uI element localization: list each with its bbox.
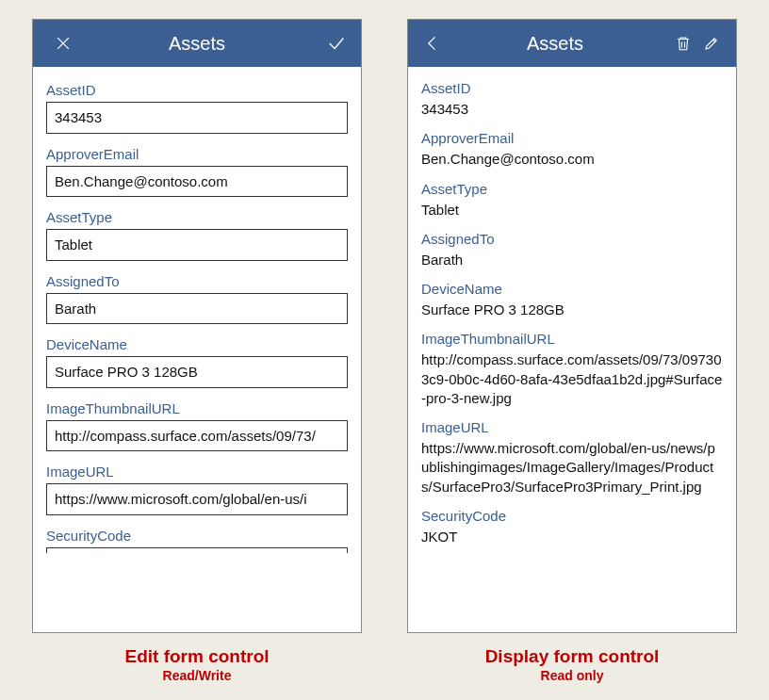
field-label: AssignedTo	[46, 273, 348, 289]
field-label: AssetID	[421, 80, 723, 96]
display-field-assettype: AssetType Tablet	[421, 181, 723, 220]
field-value: Barath	[421, 251, 723, 269]
field-value: Surface PRO 3 128GB	[421, 301, 723, 319]
field-devicename: DeviceName Surface PRO 3 128GB	[46, 336, 348, 388]
field-label: AssetID	[46, 82, 348, 98]
caption-sub: Read only	[407, 668, 737, 683]
edit-title: Assets	[74, 33, 319, 55]
display-field-approveremail: ApproverEmail Ben.Change@contoso.com	[421, 130, 723, 169]
display-field-devicename: DeviceName Surface PRO 3 128GB	[421, 281, 723, 319]
edit-caption: Edit form control Read/Write	[32, 646, 362, 683]
display-field-securitycode: SecurityCode JKOT	[421, 508, 723, 546]
display-form-screen: Assets AssetID 343453 ApproverEmail Ben.…	[407, 19, 737, 633]
field-assignedto: AssignedTo Barath	[46, 273, 348, 325]
display-field-imagethumbnailurl: ImageThumbnailURL http://compass.surface…	[421, 331, 723, 408]
field-label: AssignedTo	[421, 231, 723, 247]
caption-main: Edit form control	[32, 646, 362, 667]
imagethumbnailurl-input[interactable]: http://compass.surface.com/assets/09/73/	[46, 420, 348, 452]
field-label: ImageThumbnailURL	[46, 400, 348, 416]
checkmark-icon[interactable]	[325, 32, 348, 55]
securitycode-input[interactable]	[46, 547, 348, 553]
imageurl-input[interactable]: https://www.microsoft.com/global/en-us/i	[46, 483, 348, 515]
edit-form-body: AssetID 343453 ApproverEmail Ben.Change@…	[33, 67, 361, 632]
field-value: JKOT	[421, 528, 723, 546]
display-caption: Display form control Read only	[407, 646, 737, 683]
display-field-assignedto: AssignedTo Barath	[421, 231, 723, 269]
field-imagethumbnailurl: ImageThumbnailURL http://compass.surface…	[46, 400, 348, 452]
devicename-input[interactable]: Surface PRO 3 128GB	[46, 356, 348, 388]
trash-icon[interactable]	[672, 32, 695, 55]
caption-main: Display form control	[407, 646, 737, 667]
field-label: ImageURL	[46, 464, 348, 480]
pencil-icon[interactable]	[700, 32, 723, 55]
close-icon[interactable]	[52, 32, 74, 55]
display-field-assetid: AssetID 343453	[421, 80, 723, 119]
assignedto-input[interactable]: Barath	[46, 293, 348, 325]
field-value: http://compass.surface.com/assets/09/73/…	[421, 350, 723, 408]
field-label: AssetType	[46, 209, 348, 225]
field-approveremail: ApproverEmail Ben.Change@contoso.com	[46, 146, 348, 198]
field-label: SecurityCode	[46, 528, 348, 544]
field-assettype: AssetType Tablet	[46, 209, 348, 261]
edit-form-screen: Assets AssetID 343453 ApproverEmail Ben.…	[32, 19, 362, 633]
approveremail-input[interactable]: Ben.Change@contoso.com	[46, 166, 348, 198]
field-value: Tablet	[421, 201, 723, 220]
field-label: SecurityCode	[421, 508, 723, 524]
field-label: DeviceName	[46, 336, 348, 352]
display-title: Assets	[444, 33, 666, 55]
field-securitycode: SecurityCode	[46, 528, 348, 553]
field-value: https://www.microsoft.com/global/en-us/n…	[421, 439, 723, 497]
assetid-input[interactable]: 343453	[46, 102, 348, 134]
field-assetid: AssetID 343453	[46, 82, 348, 134]
display-field-imageurl: ImageURL https://www.microsoft.com/globa…	[421, 419, 723, 497]
field-value: Ben.Change@contoso.com	[421, 150, 723, 169]
back-icon[interactable]	[421, 32, 444, 55]
caption-sub: Read/Write	[32, 668, 362, 683]
assettype-input[interactable]: Tablet	[46, 229, 348, 261]
field-label: DeviceName	[421, 281, 723, 297]
field-value: 343453	[421, 100, 723, 119]
field-label: ImageThumbnailURL	[421, 331, 723, 347]
field-label: AssetType	[421, 181, 723, 197]
display-form-body: AssetID 343453 ApproverEmail Ben.Change@…	[408, 67, 736, 632]
field-label: ApproverEmail	[46, 146, 348, 162]
field-label: ApproverEmail	[421, 130, 723, 146]
edit-appbar: Assets	[33, 20, 361, 67]
field-label: ImageURL	[421, 419, 723, 435]
field-imageurl: ImageURL https://www.microsoft.com/globa…	[46, 464, 348, 515]
display-appbar: Assets	[408, 20, 736, 67]
